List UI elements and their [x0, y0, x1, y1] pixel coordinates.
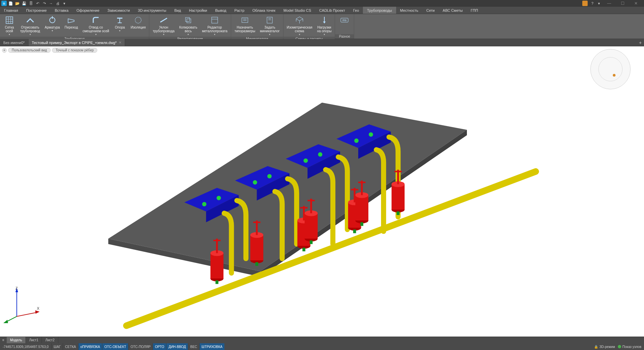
qat-print-icon[interactable]: 🖨 [55, 1, 60, 6]
close-icon[interactable]: ✕ [119, 41, 121, 44]
svg-point-38 [217, 196, 221, 200]
app-logo-icon: n [1, 1, 7, 6]
model-tab-2[interactable]: Лист2 [42, 337, 58, 343]
layout-menu-icon[interactable]: ≡ [0, 337, 7, 343]
menu-tab-13[interactable]: Гео [349, 7, 363, 14]
valve-icon [48, 15, 57, 25]
window-maximize-button[interactable]: ☐ [616, 0, 629, 7]
qat-save-icon[interactable]: 💾 [21, 1, 27, 6]
svg-rect-58 [250, 235, 263, 261]
menu-tab-16[interactable]: Сети [422, 7, 439, 14]
status-toggle-штриховка[interactable]: ШТРИХОВКА [199, 343, 224, 350]
ribbon-button-4-0[interactable]: ms [336, 15, 353, 26]
ribbon-button-label: Отвод со смещением осей [83, 26, 109, 33]
qat-undo-icon[interactable]: ↶ [35, 1, 40, 6]
svg-point-50 [369, 132, 373, 137]
qat-new-icon[interactable]: 📄 [8, 1, 13, 6]
svg-line-96 [17, 312, 37, 316]
chevron-down-icon: ▾ [30, 33, 31, 36]
menu-tab-1[interactable]: Построение [22, 7, 51, 14]
document-tab-1[interactable]: Тестовый пример_Экспорт в CPIPE_+земля.d… [29, 39, 125, 46]
menu-tab-2[interactable]: Вставка [51, 7, 72, 14]
ribbon-button-2-1[interactable]: Задать миникаталог▾ [258, 15, 282, 37]
document-tab-0[interactable]: Без имени0* [0, 39, 29, 46]
svg-line-12 [160, 18, 167, 22]
svg-point-11 [135, 17, 141, 23]
menu-tab-0[interactable]: Главная [0, 7, 22, 14]
viewport[interactable]: + Пользовательский вид Точный с показом … [0, 46, 644, 337]
qat-open-icon[interactable]: 📂 [15, 1, 20, 6]
status-right-item-0[interactable]: 🔒3D-режим [594, 345, 615, 349]
status-toggle-опривязка[interactable]: оПРИВЯЗКА [78, 343, 102, 350]
svg-rect-0 [6, 17, 13, 24]
ribbon-button-0-6[interactable]: Изоляция [128, 15, 148, 30]
ribbon-button-1-1[interactable]: Копировать весь▾ [177, 15, 199, 37]
status-right-item-1[interactable]: Показ узлов [618, 345, 641, 349]
ribbon-button-0-2[interactable]: Арматура▾ [43, 15, 62, 33]
ribbon-group-1: Уклон трубопровода▾Копировать весь▾Редак… [149, 14, 231, 39]
workspace-icon[interactable] [582, 1, 588, 6]
quick-access-toolbar: 📄 📂 💾 🗄 ↶ ↷ → 🖨 ▾ [8, 1, 67, 6]
svg-marker-7 [68, 19, 74, 23]
ribbon-button-1-0[interactable]: Уклон трубопровода▾ [151, 15, 176, 37]
status-toggle-вес[interactable]: ВЕС [188, 343, 199, 350]
ribbon-group-4: msРазное [335, 14, 354, 39]
menu-tab-4[interactable]: Зависимости [103, 7, 134, 14]
svg-rect-68 [303, 248, 306, 251]
svg-rect-15 [212, 17, 218, 23]
ribbon-button-label: Изометрическая схема [287, 26, 312, 33]
ribbon-button-0-1[interactable]: Отрисовать трубопровод▾ [18, 15, 42, 37]
window-close-button[interactable]: ✕ [629, 0, 643, 7]
menu-tab-6[interactable]: Вид [170, 7, 185, 14]
svg-point-41 [253, 180, 257, 185]
document-tab-strip: Без имени0*Тестовый пример_Экспорт в CPI… [0, 39, 644, 46]
menu-tab-11[interactable]: Model Studio CS [279, 7, 315, 14]
menu-tab-8[interactable]: Вывод [211, 7, 230, 14]
menu-tab-12[interactable]: CADLib Проект [315, 7, 349, 14]
chevron-down-icon: ▾ [214, 33, 215, 36]
status-toggle-сетка[interactable]: СЕТКА [63, 343, 78, 350]
menu-tab-7[interactable]: Настройки [185, 7, 211, 14]
menu-tab-15[interactable]: Местность [396, 7, 422, 14]
ribbon-button-3-0[interactable]: Изометрическая схема▾ [285, 15, 314, 37]
help-button[interactable]: ? [589, 0, 596, 7]
help-dropdown-icon[interactable]: ▾ [596, 0, 602, 7]
ribbon-button-0-5[interactable]: Опора▾ [112, 15, 128, 33]
ribbon-button-0-3[interactable]: Переход [63, 15, 80, 30]
svg-text:X: X [37, 306, 40, 310]
ribbon-button-0-4[interactable]: Отвод со смещением осей▾ [80, 15, 111, 37]
status-toggle-дин-ввод[interactable]: ДИН-ВВОД [166, 343, 188, 350]
ribbon-button-2-0[interactable]: Назначить типоразмеры [232, 15, 257, 34]
svg-rect-52 [210, 253, 223, 279]
window-minimize-button[interactable]: — [602, 0, 616, 7]
svg-rect-82 [355, 195, 368, 221]
status-toggle-орто[interactable]: ОРТО [153, 343, 166, 350]
chevron-down-icon: ▾ [163, 33, 164, 36]
menu-tab-18[interactable]: ГПП [467, 7, 482, 14]
qat-redo-icon[interactable]: ↷ [42, 1, 47, 6]
menu-tab-5[interactable]: 3D-инструменты [134, 7, 170, 14]
iso3d-icon [295, 15, 304, 25]
menu-tab-9[interactable]: Растр [230, 7, 249, 14]
menu-tab-17[interactable]: АВС Сметы [439, 7, 467, 14]
menu-tab-14[interactable]: Трубопроводы [363, 7, 396, 14]
menu-tab-3[interactable]: Оформление [72, 7, 103, 14]
menu-tab-10[interactable]: Облака точек [249, 7, 280, 14]
svg-point-42 [267, 174, 272, 178]
qat-dropdown-icon[interactable]: ▾ [62, 1, 67, 6]
ribbon-button-1-2[interactable]: Редактор металлопроката▾ [200, 15, 229, 37]
ribbon: Сетка осей▾Отрисовать трубопровод▾Армату… [0, 14, 644, 39]
qat-saveall-icon[interactable]: 🗄 [28, 1, 34, 6]
chevron-down-icon: ▾ [187, 33, 189, 36]
document-tab-add-button[interactable]: + [637, 39, 644, 46]
status-toggle-шаг[interactable]: ШАГ [51, 343, 63, 350]
copy-icon [183, 15, 193, 25]
ribbon-button-0-0[interactable]: Сетка осей▾ [1, 15, 17, 37]
status-toggle-отс-объект[interactable]: ОТС-ОБЪЕКТ [102, 343, 128, 350]
ribbon-button-3-1[interactable]: Нагрузки на опоры▾ [315, 15, 333, 37]
svg-rect-14 [187, 19, 191, 23]
model-tab-1[interactable]: Лист1 [26, 337, 42, 343]
qat-forward-icon[interactable]: → [48, 1, 54, 6]
status-toggle-отс-поляр[interactable]: ОТС-ПОЛЯР [128, 343, 153, 350]
model-tab-0[interactable]: Модель [7, 337, 26, 343]
